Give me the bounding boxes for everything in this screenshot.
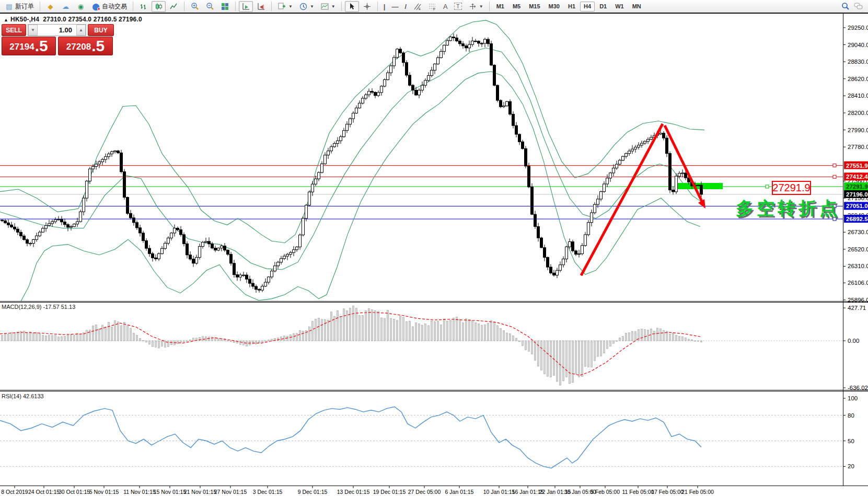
periods-button[interactable]: ▼ [296, 1, 317, 12]
crosshair-tool-button[interactable] [360, 1, 374, 12]
signals-button[interactable]: ◉ [74, 1, 88, 12]
rsi-line [0, 407, 701, 468]
tab-timeframe-m1[interactable]: M1 [493, 2, 508, 11]
buy-price-display[interactable]: 27208.5 [58, 37, 113, 55]
price-axis[interactable]: 29250.029040.028830.028620.028410.028200… [843, 25, 868, 469]
svg-text:20: 20 [848, 463, 854, 469]
autotrade-button[interactable]: ⬤ 自动交易 [89, 1, 130, 12]
svg-text:427.71: 427.71 [848, 305, 866, 311]
toolbar-separator [235, 2, 236, 11]
svg-text:27990.0: 27990.0 [848, 127, 868, 133]
svg-text:26730.0: 26730.0 [848, 229, 868, 235]
text-label-tool[interactable]: T [452, 1, 465, 12]
svg-text:30 Oct 01:15: 30 Oct 01:15 [59, 489, 90, 495]
svg-text:26310.0: 26310.0 [848, 263, 868, 269]
new-order-button[interactable]: ▤ 新订单 [2, 1, 37, 12]
svg-text:8 Oct 2019: 8 Oct 2019 [1, 489, 28, 495]
chart-canvas[interactable]: 29250.029040.028830.028620.028410.028200… [0, 0, 868, 496]
zoom-in-icon [190, 2, 199, 11]
tab-timeframe-m5[interactable]: M5 [509, 2, 524, 11]
text-tool[interactable]: A [441, 1, 450, 12]
fibonacci-tool[interactable]: F [425, 1, 439, 12]
channel-tool[interactable]: E [410, 1, 424, 12]
zoom-out-button[interactable] [203, 1, 217, 12]
add-indicator-icon [277, 2, 286, 11]
buy-price-fraction: .5 [91, 38, 105, 54]
bar-chart-mode-button[interactable] [136, 1, 151, 12]
buy-button[interactable]: BUY [88, 24, 114, 36]
trend-arrow-up[interactable] [581, 124, 663, 275]
tab-timeframe-h1[interactable]: H1 [564, 2, 579, 11]
sell-price-fraction: .5 [35, 38, 48, 54]
gold-ingot-icon: ◆ [46, 2, 55, 11]
svg-text:27551.9: 27551.9 [846, 163, 868, 169]
zoom-in-button[interactable] [188, 1, 202, 12]
sell-button[interactable]: SELL [2, 24, 26, 36]
tile-windows-button[interactable] [218, 1, 232, 12]
search-icon[interactable] [841, 2, 850, 11]
svg-text:27196.0: 27196.0 [846, 191, 868, 198]
toolbar-separator [40, 2, 40, 11]
svg-text:27051.0: 27051.0 [846, 203, 868, 209]
indicators-button[interactable]: ▼ [275, 1, 295, 12]
trendline-tool[interactable]: / [402, 1, 409, 12]
svg-text:11 Nov 01:15: 11 Nov 01:15 [123, 489, 156, 495]
line-handle[interactable] [833, 164, 836, 167]
tab-timeframe-m30[interactable]: M30 [545, 2, 563, 11]
tab-timeframe-mn[interactable]: MN [629, 2, 645, 11]
auto-scroll-icon [241, 2, 250, 11]
tab-timeframe-w1[interactable]: W1 [611, 2, 628, 11]
vertical-line-icon: | [384, 3, 386, 10]
auto-scroll-button[interactable] [239, 1, 253, 12]
toolbar-separator [377, 2, 378, 11]
templates-button[interactable]: ▼ [318, 1, 338, 12]
cursor-arrow-icon [348, 2, 356, 11]
line-handle[interactable] [766, 185, 769, 188]
price-callout-box[interactable]: 27291.9 [772, 181, 811, 195]
toolbar-separator [489, 2, 490, 11]
horizontal-line-tool[interactable]: — [389, 1, 401, 12]
ohlc-bars-icon [139, 2, 148, 11]
svg-text:27 Nov 01:15: 27 Nov 01:15 [214, 489, 247, 495]
svg-text:27780.0: 27780.0 [848, 144, 868, 150]
tab-timeframe-h4[interactable]: H4 [580, 2, 595, 11]
svg-text:10 Jan 01:15: 10 Jan 01:15 [483, 489, 515, 495]
deposit-button[interactable]: ◆ [43, 1, 57, 12]
toolbar-separator [184, 2, 184, 11]
svg-text:11 Feb 05:00: 11 Feb 05:00 [622, 489, 654, 495]
text-label-icon: T [454, 3, 462, 10]
svg-text:21 Feb 05:00: 21 Feb 05:00 [681, 489, 714, 495]
tab-timeframe-d1[interactable]: D1 [596, 2, 610, 11]
svg-text:17 Feb 05:00: 17 Feb 05:00 [651, 489, 684, 495]
svg-text:-636.02: -636.02 [848, 385, 868, 391]
dropdown-caret-icon: ▼ [479, 4, 483, 9]
vertical-line-tool[interactable]: | [381, 1, 388, 12]
volume-decrease-button[interactable]: ▼ [28, 25, 38, 36]
shapes-tool[interactable]: ▼ [466, 1, 486, 12]
line-handle[interactable] [833, 175, 836, 178]
sell-price-display[interactable]: 27194.5 [2, 37, 56, 55]
tab-timeframe-m15[interactable]: M15 [525, 2, 543, 11]
chart-shift-button[interactable] [254, 1, 268, 12]
line-chart-mode-button[interactable] [167, 1, 181, 12]
candle-chart-mode-button[interactable] [152, 1, 166, 12]
svg-text:5 Feb 05:00: 5 Feb 05:00 [591, 489, 620, 495]
svg-text:28410.0: 28410.0 [848, 93, 868, 99]
chart-ohlc-header: ▲HK50-,H4 27310.0 27354.0 27160.5 27196.… [4, 16, 142, 23]
new-order-icon: ▤ [5, 2, 14, 11]
community-button[interactable]: ☁ [59, 1, 73, 12]
toolbar-separator [271, 2, 272, 11]
volume-stepper: ▼ 1.00 ▲ [28, 24, 86, 36]
turning-point-annotation[interactable]: 多空转折点 [736, 197, 840, 221]
svg-text:26892.5: 26892.5 [846, 216, 868, 222]
cursor-tool-button[interactable] [345, 1, 359, 12]
chat-icon[interactable] [854, 2, 863, 11]
terminal-window: ▤ 新订单 ◆ ☁ ◉ ⬤ 自动交易 [0, 0, 868, 496]
equidistant-channel-icon: E [413, 2, 422, 11]
svg-text:5 Nov 01:15: 5 Nov 01:15 [89, 489, 119, 495]
symbol-tree-arrow-icon: ▲ [4, 17, 8, 22]
volume-increase-button[interactable]: ▲ [76, 25, 86, 36]
volume-input[interactable]: 1.00 [38, 25, 76, 36]
symbol-name: HK50-,H4 [10, 16, 39, 23]
time-axis[interactable]: 8 Oct 201924 Oct 01:1530 Oct 01:155 Nov … [1, 486, 714, 495]
